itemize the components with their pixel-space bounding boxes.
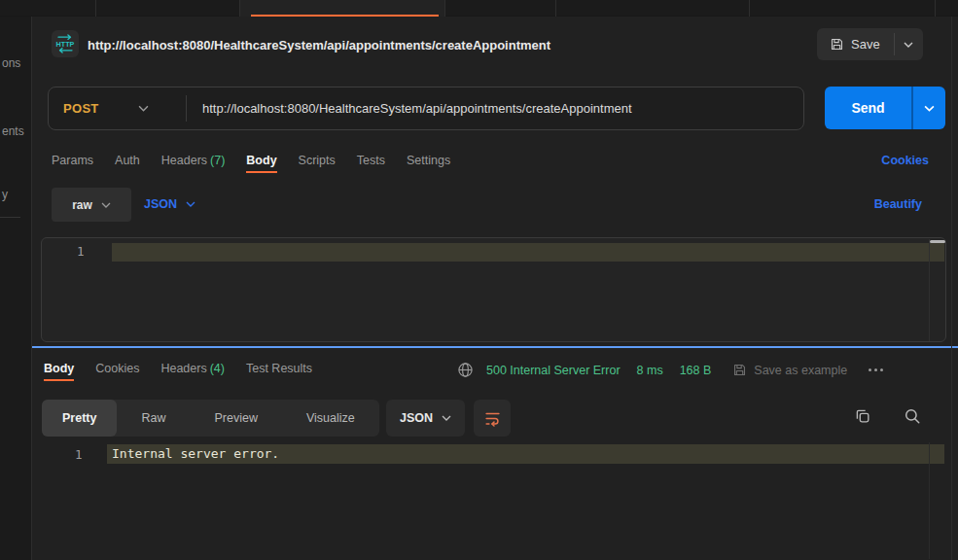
save-example-icon bbox=[732, 363, 747, 377]
editor-scrollbar-thumb[interactable] bbox=[930, 240, 945, 243]
response-view-switcher: Pretty Raw Preview Visualize bbox=[42, 400, 379, 437]
chevron-down-icon bbox=[904, 42, 913, 48]
response-headers-count-badge: (4) bbox=[210, 362, 225, 375]
editor-scrollbar-track bbox=[929, 239, 930, 341]
status-badge[interactable]: 500 Internal Server Error bbox=[486, 364, 621, 377]
wrap-text-button[interactable] bbox=[474, 400, 511, 437]
chevron-down-icon bbox=[186, 201, 195, 207]
tab-separator bbox=[95, 0, 96, 17]
chevron-down-icon bbox=[924, 105, 935, 112]
line-number: 1 bbox=[77, 244, 85, 259]
svg-text:HTTP: HTTP bbox=[56, 40, 75, 49]
chevron-down-icon bbox=[138, 105, 149, 112]
sidebar-item[interactable]: y bbox=[2, 188, 8, 201]
response-time[interactable]: 8 ms bbox=[637, 364, 663, 377]
tab-auth[interactable]: Auth bbox=[115, 154, 140, 167]
response-tab-body[interactable]: Body bbox=[44, 362, 74, 375]
response-language-dropdown[interactable]: JSON bbox=[386, 400, 465, 437]
view-tab-pretty[interactable]: Pretty bbox=[42, 400, 117, 437]
save-options-button[interactable] bbox=[895, 28, 923, 60]
active-tab-indicator bbox=[251, 15, 439, 17]
body-type-dropdown[interactable]: raw bbox=[52, 188, 131, 222]
beautify-link[interactable]: Beautify bbox=[874, 197, 922, 211]
language-dropdown[interactable]: JSON bbox=[144, 197, 195, 211]
http-request-icon: HTTP bbox=[52, 30, 79, 57]
sidebar: ons ents y bbox=[0, 17, 32, 560]
sidebar-divider bbox=[0, 217, 20, 218]
save-button-label: Save bbox=[851, 37, 880, 52]
response-scrollbar-track bbox=[929, 442, 930, 559]
chevron-down-icon bbox=[442, 415, 451, 421]
headers-count-badge: (7) bbox=[210, 154, 225, 167]
tab-separator bbox=[935, 0, 936, 17]
response-size[interactable]: 168 B bbox=[680, 364, 712, 377]
send-button-label: Send bbox=[825, 87, 911, 129]
collection-tab-strip bbox=[0, 0, 958, 17]
pane-resize-divider[interactable] bbox=[32, 346, 958, 348]
response-language-label: JSON bbox=[400, 411, 433, 425]
response-line-number: 1 bbox=[75, 447, 83, 462]
tab-tests[interactable]: Tests bbox=[357, 154, 385, 167]
sidebar-item[interactable]: ents bbox=[2, 124, 24, 138]
save-icon bbox=[830, 37, 844, 52]
request-title: http://localhost:8080/HealthcareSystem/a… bbox=[88, 38, 550, 52]
method-selector[interactable]: POST bbox=[49, 101, 186, 116]
response-meta: 500 Internal Server Error 8 ms 168 B Sav… bbox=[457, 362, 885, 378]
copy-icon[interactable] bbox=[854, 407, 871, 425]
save-button[interactable]: Save bbox=[817, 28, 923, 60]
tab-scripts[interactable]: Scripts bbox=[299, 154, 336, 167]
url-bar: POST http://localhost:8080/HealthcareSys… bbox=[48, 87, 804, 130]
save-as-example-button[interactable]: Save as example bbox=[732, 363, 847, 377]
request-tabs: Params Auth Headers(7) Body Scripts Test… bbox=[52, 154, 450, 167]
search-icon[interactable] bbox=[904, 407, 921, 425]
response-tab-headers[interactable]: Headers(4) bbox=[160, 362, 225, 375]
network-globe-icon[interactable] bbox=[457, 362, 474, 378]
tab-body[interactable]: Body bbox=[246, 154, 276, 167]
send-options-button[interactable] bbox=[913, 87, 945, 129]
tab-separator bbox=[444, 0, 445, 17]
tab-headers[interactable]: Headers(7) bbox=[161, 154, 226, 167]
language-label: JSON bbox=[144, 197, 177, 211]
tab-separator bbox=[749, 0, 750, 17]
view-tab-raw[interactable]: Raw bbox=[117, 400, 190, 437]
url-input[interactable]: http://localhost:8080/HealthcareSystem/a… bbox=[187, 101, 632, 116]
response-tab-test-results[interactable]: Test Results bbox=[246, 362, 312, 375]
body-type-label: raw bbox=[72, 198, 92, 212]
cookies-link[interactable]: Cookies bbox=[881, 154, 929, 167]
view-tab-visualize[interactable]: Visualize bbox=[282, 400, 379, 437]
save-as-example-label: Save as example bbox=[754, 364, 847, 377]
tab-separator bbox=[555, 0, 556, 17]
more-options-icon[interactable] bbox=[867, 365, 885, 375]
pane-right-border bbox=[951, 17, 952, 560]
send-button[interactable]: Send bbox=[825, 87, 945, 129]
response-body-viewer[interactable]: 1 Internal server error. bbox=[32, 440, 958, 560]
response-tabs: Body Cookies Headers(4) Test Results bbox=[44, 362, 312, 375]
postman-window: ons ents y HTTP http://localhost:8080/He… bbox=[0, 0, 958, 560]
editor-active-line-highlight bbox=[112, 243, 944, 262]
method-label: POST bbox=[63, 101, 99, 116]
response-body-text: Internal server error. bbox=[112, 446, 279, 461]
tab-params[interactable]: Params bbox=[52, 154, 93, 167]
wrap-text-icon bbox=[484, 410, 501, 427]
request-body-editor[interactable]: 1 bbox=[41, 237, 946, 342]
tab-separator bbox=[239, 0, 240, 17]
tab-settings[interactable]: Settings bbox=[407, 154, 450, 167]
view-tab-preview[interactable]: Preview bbox=[190, 400, 281, 437]
sidebar-item[interactable]: ons bbox=[2, 56, 20, 70]
response-tab-cookies[interactable]: Cookies bbox=[95, 362, 139, 375]
chevron-down-icon bbox=[101, 202, 111, 208]
